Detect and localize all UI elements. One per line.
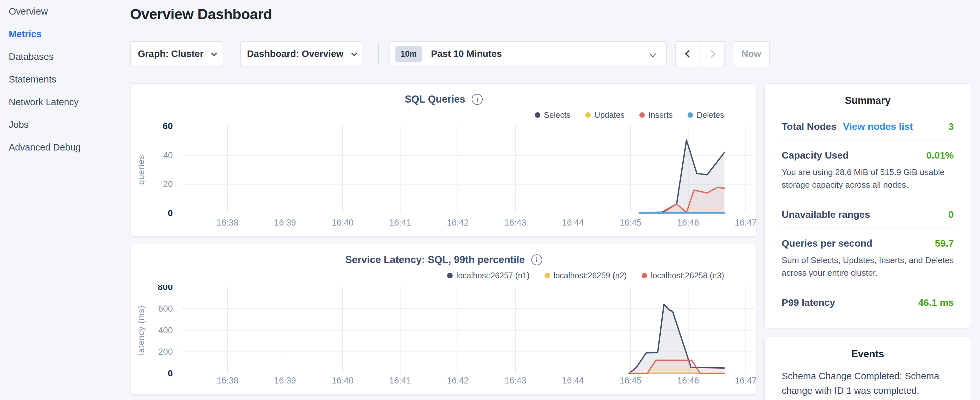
legend-item[interactable]: Updates xyxy=(585,110,624,120)
x-axis-tick-label: 16:45 xyxy=(620,376,641,386)
sidebar-item-metrics[interactable]: Metrics xyxy=(9,29,125,39)
chevron-right-icon xyxy=(708,50,715,57)
legend-dot-icon xyxy=(641,273,647,278)
page-title: Overview Dashboard xyxy=(130,6,272,23)
legend-label: localhost:26257 (n1) xyxy=(456,271,530,280)
time-window-badge: 10m xyxy=(395,46,422,62)
events-list: Schema Change Completed: Schema change w… xyxy=(782,369,954,400)
x-axis-tick-label: 16:43 xyxy=(504,218,527,228)
event-item[interactable]: Schema Change Completed: Schema change w… xyxy=(782,369,954,400)
graph-dropdown[interactable]: Graph: Cluster xyxy=(130,41,223,66)
summary-row-label: Queries per second xyxy=(782,238,872,249)
chart-legend: localhost:26257 (n1)localhost:26259 (n2)… xyxy=(447,271,724,280)
summary-row: Capacity Used0.01%You are using 28.6 MiB… xyxy=(782,140,954,200)
x-axis-tick-label: 16:46 xyxy=(677,218,699,228)
x-axis-tick-label: 16:45 xyxy=(620,218,641,228)
sidebar: OverviewMetricsDatabasesStatementsNetwor… xyxy=(9,6,125,165)
y-axis-tick-label: 200 xyxy=(158,347,173,357)
legend-item[interactable]: localhost:26259 (n2) xyxy=(544,271,627,280)
events-panel: Events Schema Change Completed: Schema c… xyxy=(764,336,971,400)
x-axis-tick-label: 16:39 xyxy=(274,376,296,386)
summary-rows: Total NodesView nodes list3Capacity Used… xyxy=(782,112,954,317)
summary-row-value: 59.7 xyxy=(935,238,954,249)
summary-row-label: Capacity Used xyxy=(782,150,849,161)
time-prev-button[interactable] xyxy=(675,41,700,66)
time-next-button[interactable] xyxy=(700,41,725,66)
plot-svg[interactable]: 16:3816:3916:4016:4116:4216:4316:4416:45… xyxy=(131,285,758,387)
y-axis-tick-label: 0 xyxy=(168,368,173,378)
legend-item[interactable]: Inserts xyxy=(639,110,673,120)
summary-row-caption: You are using 28.6 MiB of 515.9 GiB usab… xyxy=(782,166,954,191)
summary-row-label: Unavailable ranges xyxy=(782,209,870,220)
sidebar-item-statements[interactable]: Statements xyxy=(9,75,125,84)
summary-row-value: 3 xyxy=(948,121,954,132)
sidebar-list: OverviewMetricsDatabasesStatementsNetwor… xyxy=(9,6,125,152)
legend-label: Updates xyxy=(594,110,624,120)
x-axis-tick-label: 16:44 xyxy=(562,218,584,228)
sidebar-item-jobs[interactable]: Jobs xyxy=(9,120,125,129)
controls-divider xyxy=(378,43,379,64)
x-axis-tick-label: 16:39 xyxy=(274,218,296,228)
legend-dot-icon xyxy=(687,112,693,118)
summary-title: Summary xyxy=(782,84,954,107)
legend-dot-icon xyxy=(639,112,645,118)
legend-item[interactable]: localhost:26257 (n1) xyxy=(447,271,530,280)
sidebar-item-network-latency[interactable]: Network Latency xyxy=(9,97,125,107)
plot-area[interactable]: 16:3816:3916:4016:4116:4216:4316:4416:45… xyxy=(131,285,758,388)
x-axis-tick-label: 16:44 xyxy=(562,376,584,386)
now-button[interactable]: Now xyxy=(733,41,770,66)
legend-item[interactable]: Selects xyxy=(535,110,570,120)
summary-row-label: Total Nodes xyxy=(782,121,836,132)
time-window-label: Past 10 Minutes xyxy=(431,49,502,59)
summary-row-label: P99 latency xyxy=(782,297,835,308)
sidebar-item-databases[interactable]: Databases xyxy=(9,52,125,62)
legend-label: localhost:26259 (n2) xyxy=(554,271,627,280)
x-axis-tick-label: 16:40 xyxy=(332,218,354,228)
x-axis-tick-label: 16:47 xyxy=(735,218,757,228)
chart-card-service-latency: Service Latency: SQL, 99th percentile i … xyxy=(130,244,757,395)
y-axis-tick-label: 40 xyxy=(163,150,173,160)
y-axis-tick-label: 400 xyxy=(158,325,173,335)
legend-dot-icon xyxy=(447,273,453,278)
summary-row-value: 0 xyxy=(948,209,954,220)
legend-dot-icon xyxy=(544,273,550,278)
x-axis-tick-label: 16:47 xyxy=(735,376,757,386)
chart-title: SQL Queries xyxy=(405,94,465,105)
chart-title: Service Latency: SQL, 99th percentile xyxy=(345,254,525,266)
legend-dot-icon xyxy=(585,112,591,118)
info-icon[interactable]: i xyxy=(531,254,542,265)
summary-panel: Summary Total NodesView nodes list3Capac… xyxy=(764,83,971,328)
legend-label: Inserts xyxy=(648,110,673,120)
summary-row: P99 latency46.1 ms xyxy=(782,288,954,317)
view-nodes-list-link[interactable]: View nodes list xyxy=(843,121,913,132)
chevron-down-icon xyxy=(351,50,357,56)
sidebar-item-overview[interactable]: Overview xyxy=(9,6,125,16)
sidebar-item-advanced-debug[interactable]: Advanced Debug xyxy=(9,142,125,152)
x-axis-tick-label: 16:46 xyxy=(677,376,699,386)
x-axis-tick-label: 16:38 xyxy=(216,218,239,228)
legend-dot-icon xyxy=(535,112,540,118)
legend-item[interactable]: Deletes xyxy=(687,110,724,120)
x-axis-tick-label: 16:38 xyxy=(216,376,239,386)
summary-row-value: 46.1 ms xyxy=(918,297,954,308)
legend-label: localhost:26258 (n3) xyxy=(651,271,724,280)
legend-item[interactable]: localhost:26258 (n3) xyxy=(641,271,724,280)
x-axis-tick-label: 16:41 xyxy=(389,218,411,228)
y-axis-tick-label: 20 xyxy=(163,179,173,189)
dashboard-dropdown[interactable]: Dashboard: Overview xyxy=(240,41,362,66)
y-axis-label: latency (ms) xyxy=(136,306,146,355)
legend-label: Selects xyxy=(544,110,570,120)
dashboard-dropdown-label: Dashboard: Overview xyxy=(247,49,343,59)
plot-svg[interactable]: 16:3816:3916:4016:4116:4216:4316:4416:45… xyxy=(131,123,758,231)
info-icon[interactable]: i xyxy=(472,94,483,105)
controls-bar: Graph: Cluster Dashboard: Overview 10m P… xyxy=(130,41,770,66)
x-axis-tick-label: 16:40 xyxy=(332,376,354,386)
event-text: Schema Change Completed: Schema change w… xyxy=(782,369,954,398)
graph-dropdown-label: Graph: Cluster xyxy=(138,49,204,59)
plot-area[interactable]: 16:3816:3916:4016:4116:4216:4316:4416:45… xyxy=(131,123,758,233)
x-axis-tick-label: 16:42 xyxy=(447,376,469,386)
time-window-picker[interactable]: 10m Past 10 Minutes xyxy=(390,41,667,66)
time-nav-group xyxy=(675,41,725,66)
y-axis-tick-label: 600 xyxy=(158,304,173,314)
summary-row: Queries per second59.7Sum of Selects, Up… xyxy=(782,228,954,288)
